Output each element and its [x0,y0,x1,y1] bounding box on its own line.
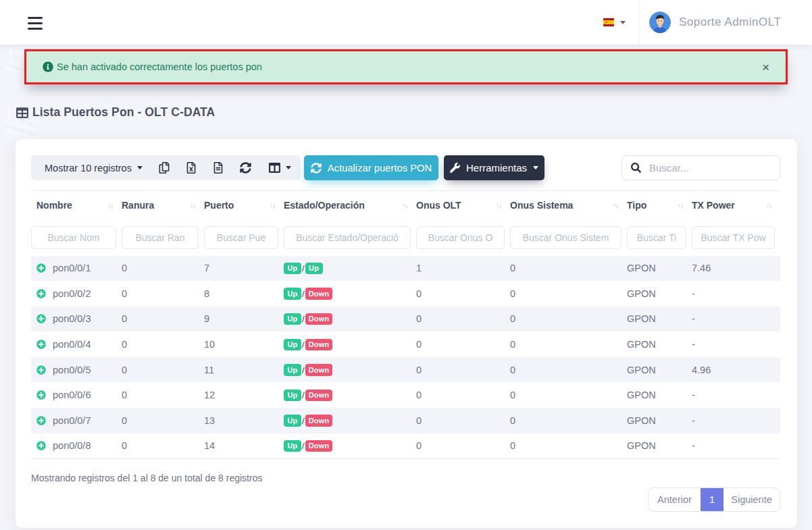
page-length-dropdown[interactable]: Mostrar 10 registros [45,163,143,174]
badge-separator: / [302,314,305,324]
filter-input-tipo[interactable] [627,226,686,249]
filter-input-estado[interactable] [284,226,411,249]
reload-button[interactable] [240,162,251,174]
table-info-text: Mostrando registros del 1 al 8 de un tot… [31,473,780,483]
cell-estado: Up/Down [284,357,416,383]
expand-row-icon[interactable] [36,263,46,273]
table-row[interactable]: pon0/0/1 0 7 Up/Up 1 0 GPON 7.46 [31,256,780,282]
column-header-nombre[interactable]: Nombre↑↓ [31,191,122,219]
expand-row-icon[interactable] [36,390,46,400]
column-header-onus-sistema[interactable]: Onus Sistema↑↓ [510,191,627,219]
page-title-text: Lista Puertos Pon - OLT C-DATA [32,105,215,120]
cell-ranura: 0 [122,408,204,433]
badge-separator: / [302,263,305,273]
user-name: Soporte AdminOLT [679,16,781,29]
menu-toggle-button[interactable] [28,17,43,30]
status-badge-admin: Up [284,364,301,376]
cell-ranura: 0 [122,433,204,459]
cell-tipo: GPON [627,382,692,408]
badge-separator: / [302,289,305,299]
sort-icon: ↑↓ [402,201,407,209]
cell-tx-power: - [692,382,780,408]
search-input[interactable] [649,156,780,180]
pagination-previous[interactable]: Anterior [649,488,701,511]
cell-puerto: 11 [204,357,284,383]
filter-input-onus-olt[interactable] [416,226,505,249]
port-name: pon0/0/6 [53,390,91,400]
cell-tipo: GPON [627,332,692,357]
expand-row-icon[interactable] [36,441,46,450]
cell-puerto: 7 [204,256,284,282]
cell-ranura: 0 [122,281,204,307]
update-pon-ports-button[interactable]: Actualizar puertos PON [304,155,438,180]
cell-puerto: 9 [204,307,284,332]
copy-button[interactable] [159,162,170,174]
user-menu[interactable]: Soporte AdminOLT [638,0,812,45]
cell-tx-power: - [692,332,780,357]
table-row[interactable]: pon0/0/6 0 12 Up/Down 0 0 GPON - [31,382,780,408]
table-card: Mostrar 10 registros [16,139,797,528]
cell-puerto: 10 [204,332,284,357]
cell-tx-power: - [692,408,780,433]
table-row[interactable]: pon0/0/5 0 11 Up/Down 0 0 GPON 4.96 [31,357,780,383]
column-visibility-button[interactable] [269,162,291,174]
column-header-tx-power[interactable]: TX Power↑↓ [692,191,780,219]
cell-estado: Up/Down [284,332,416,357]
copy-icon [159,162,170,174]
filter-input-tx-power[interactable] [692,226,775,249]
status-badge-admin: Up [284,440,301,452]
export-excel-button[interactable] [186,162,196,174]
cell-puerto: 14 [204,433,284,459]
badge-separator: / [302,365,305,375]
cell-estado: Up/Down [284,408,416,433]
expand-row-icon[interactable] [36,416,46,425]
cell-tipo: GPON [627,357,692,383]
status-badge-admin: Up [284,263,301,275]
page: Soporte AdminOLT Se han activado correct… [0,0,812,530]
cell-onus-olt: 0 [416,433,510,459]
sort-icon: ↑↓ [766,201,771,209]
table-search [621,155,780,180]
cell-tipo: GPON [627,307,692,332]
table-row[interactable]: pon0/0/4 0 10 Up/Down 0 0 GPON - [31,332,780,357]
status-badge-oper: Down [305,339,333,351]
alert-message: Se han activado correctamente los puerto… [57,61,262,72]
pagination-page-1[interactable]: 1 [701,488,724,511]
status-badge-admin: Up [284,288,301,300]
status-badge-oper: Down [305,415,333,427]
cell-onus-sistema: 0 [510,332,627,357]
table-header-row: Nombre↑↓ Ranura↑↓ Puerto↑↓ Estado/Operac… [31,191,780,219]
cell-estado: Up/Up [284,256,416,282]
column-header-puerto[interactable]: Puerto↑↓ [204,191,284,219]
table-row[interactable]: pon0/0/8 0 14 Up/Down 0 0 GPON - [31,433,780,459]
filter-input-onus-sistema[interactable] [510,226,621,249]
filter-input-puerto[interactable] [204,226,278,249]
sort-icon: ↑↓ [190,201,195,209]
pagination-next[interactable]: Siguiente [724,488,780,511]
filter-input-nombre[interactable] [31,226,116,249]
cell-tx-power: 4.96 [692,357,780,383]
column-header-ranura[interactable]: Ranura↑↓ [122,191,204,219]
table-row[interactable]: pon0/0/7 0 13 Up/Down 0 0 GPON - [31,408,780,433]
tools-dropdown-button[interactable]: Herramientas [444,155,544,180]
table-row[interactable]: pon0/0/3 0 9 Up/Down 0 0 GPON - [31,307,780,332]
cell-puerto: 8 [204,281,284,307]
expand-row-icon[interactable] [36,340,46,349]
column-header-tipo[interactable]: Tipo↑↓ [627,191,692,219]
expand-row-icon[interactable] [36,365,46,375]
cell-tx-power: - [692,433,780,459]
filter-input-ranura[interactable] [122,226,199,249]
cell-tipo: GPON [627,433,692,459]
column-header-estado[interactable]: Estado/Operación↑↓ [284,191,416,219]
export-file-button[interactable] [213,162,223,174]
expand-row-icon[interactable] [36,289,46,298]
refresh-icon [311,163,322,174]
table-row[interactable]: pon0/0/2 0 8 Up/Down 0 0 GPON - [31,281,780,307]
page-title: Lista Puertos Pon - OLT C-DATA [16,105,215,120]
expand-row-icon[interactable] [36,314,46,323]
column-header-onus-olt[interactable]: Onus OLT↑↓ [416,191,510,219]
chevron-down-icon [137,166,143,169]
sort-icon: ↑↓ [107,201,113,209]
language-dropdown[interactable] [603,14,626,30]
close-icon[interactable]: × [762,61,769,74]
